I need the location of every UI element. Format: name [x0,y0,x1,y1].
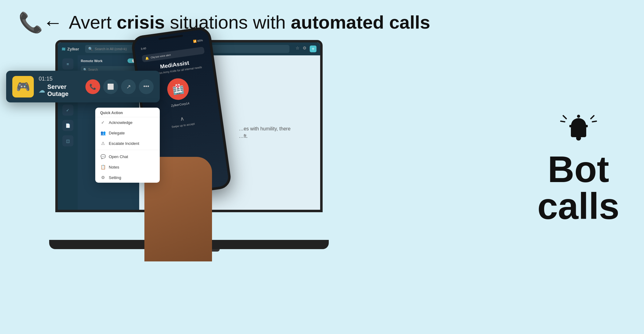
caller-avatar-emoji: 🎮 [16,80,30,93]
qa-item-escalate-label: Escalate Incident [109,141,139,146]
svg-rect-0 [571,126,586,137]
external-button[interactable]: ↗ [121,79,136,94]
header-text: Avert crisis situations with automated c… [69,12,430,33]
svg-point-7 [577,115,580,118]
svg-line-4 [561,121,565,122]
svg-point-1 [576,136,581,141]
qa-item-chat-label: Open Chat [109,154,128,159]
header-section: 📞← Avert crisis situations with automate… [18,12,430,33]
phone-alert-text: Cliq bot voice alert [151,54,171,59]
chat-icon: 💬 [100,154,106,159]
menu-icon: ≡ [67,62,69,66]
header-plain: Avert [69,12,117,33]
call-notification: 🎮 01:15 ☁ Server Outage 📞 ⬜ ↗ ••• [6,71,160,102]
qa-item-notes-label: Notes [109,165,119,169]
qa-item-escalate[interactable]: ⚠ Escalate Incident [95,138,160,149]
sidebar-item-menu[interactable]: ≡ [62,58,73,70]
more-options-button[interactable]: ••• [139,79,154,94]
qa-item-chat[interactable]: 💬 Open Chat [95,151,160,162]
acknowledge-icon: ✓ [100,120,106,125]
phone-time: 3:40 [140,47,146,50]
qa-item-acknowledge[interactable]: ✓ Acknowledge [95,117,160,128]
transfer-button[interactable]: ⬜ [103,79,118,94]
phone-notch [159,35,183,40]
search-placeholder: Search in All (cmd+k) [95,47,127,51]
phone-caller-id: ZylkerCorp14 [171,101,190,107]
bot-calls-text: Bot calls [537,151,619,225]
svg-line-6 [592,121,596,122]
end-call-button[interactable]: 📞 [85,79,100,94]
call-actions: 📞 ⬜ ↗ ••• [85,79,154,94]
qa-divider1 [95,150,160,150]
alert-icon: 🔔 [145,56,149,60]
alarm-icon-wrapper [560,109,597,145]
settings-icon[interactable]: ⚙ [303,46,307,52]
call-info: 01:15 ☁ Server Outage [39,76,80,97]
phone-icon: 📞← [18,13,63,32]
topbar-icons: ☆ ⚙ + [296,46,316,52]
svg-rect-2 [569,125,588,127]
call-name: ☁ Server Outage [39,83,80,97]
bot-text-line2: calls [537,188,619,225]
bot-calls-section: Bot calls [537,109,619,225]
call-name-text: Server Outage [47,83,80,97]
widgets-icon: ◫ [66,139,70,143]
qa-item-notes[interactable]: 📋 Notes [95,162,160,172]
header-bold2: automated calls [291,12,430,33]
header-bold1: crisis [117,12,165,33]
svg-line-3 [563,116,566,119]
app-logo: ≋ Zylker [61,46,79,52]
caller-icon: 🏥 [172,83,185,95]
remote-work-title: Remote Work [81,59,103,63]
sidebar-item-docs[interactable]: 📄 [62,120,73,131]
call-timer: 01:15 [39,76,80,82]
phone-caller-avatar: 🏥 [166,77,190,101]
search-icon: 🔍 [88,47,93,51]
remote-work-header: Remote Work [81,58,136,63]
task-icon: ✓ [66,108,69,113]
quick-action-menu: Quick Action ✓ Acknowledge 👥 Delegate ⚠ … [95,108,160,183]
qa-item-setting[interactable]: ⚙ Setting [95,172,160,183]
call-avatar: 🎮 [12,76,34,97]
qa-item-acknowledge-label: Acknowledge [109,120,132,125]
phone-battery: 📶 85% [193,39,203,43]
cloud-icon: ☁ [39,87,45,94]
escalate-icon: ⚠ [100,141,106,146]
sidebar-item-widgets[interactable]: ◫ [62,135,73,146]
qa-item-delegate-label: Delegate [109,131,125,135]
notes-icon: 📋 [100,165,106,169]
alarm-icon [560,109,597,143]
qa-item-setting-label: Setting [109,175,121,180]
star-icon[interactable]: ☆ [296,46,300,52]
qa-item-delegate[interactable]: 👥 Delegate [95,128,160,138]
svg-line-5 [591,116,594,119]
plus-icon[interactable]: + [310,46,316,52]
swipe-text: Swipe up to accept [171,122,195,128]
docs-icon: 📄 [65,123,70,128]
quick-action-header: Quick Action [95,108,160,117]
delegate-icon: 👥 [100,130,106,135]
logo-icon: ≋ [61,46,65,52]
sidebar-item-tasks[interactable]: ✓ [62,105,73,116]
setting-icon: ⚙ [100,175,106,180]
bot-text-line1: Bot [537,151,619,188]
swipe-arrow: ∧ [180,115,185,122]
app-title: Zylker [67,47,79,51]
